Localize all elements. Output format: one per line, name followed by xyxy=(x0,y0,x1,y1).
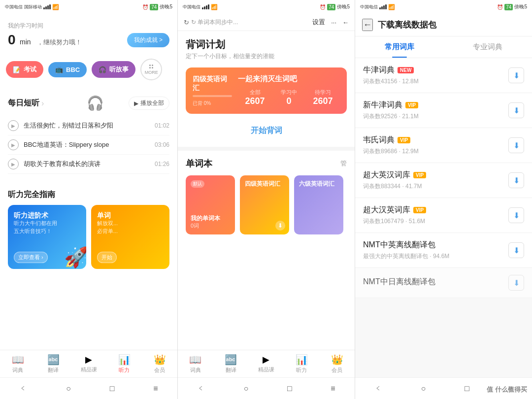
download-new-oxford-btn[interactable]: ⬇ xyxy=(508,102,524,118)
home-gesture-1[interactable]: ○ xyxy=(66,384,71,393)
menu-gesture-2[interactable]: ≡ xyxy=(331,384,335,393)
wordbook-download-cet4[interactable]: ⬇ xyxy=(275,221,285,231)
nav-listen[interactable]: 📊 听力 xyxy=(106,354,142,374)
guide-card-2-title: 单词 xyxy=(97,211,164,220)
nav-dictionary-2[interactable]: 📖 词典 xyxy=(178,354,213,374)
learning-time-section: 我的学习时间 0 min ，继续努力哦！ 我的成就 > xyxy=(0,14,177,54)
start-study-button[interactable]: 开始背词 xyxy=(186,120,347,142)
guide-card-2[interactable]: 单词 解放双...必背单... 开始 xyxy=(91,205,169,269)
menu-gesture-1[interactable]: ≡ xyxy=(153,384,158,393)
alarm-icon: ⏰ xyxy=(142,4,148,10)
home-gesture-3[interactable]: ○ xyxy=(421,384,426,393)
panel2-header: ↻ ↻ 单词本同步中... 设置 ··· ← xyxy=(178,14,355,31)
watermark: 值 什么值得买 xyxy=(487,385,527,394)
status-right-1: ⏰ 74 傍晚5 xyxy=(142,3,172,10)
download-nmt-chi-btn[interactable]: ⬇ xyxy=(508,275,524,291)
listen-list: ▶ 生活很匆忙，别错过日落和夕阳 01:02 ▶ BBC地道英语：Slipper… xyxy=(8,116,169,174)
wordbook-card-cet6[interactable]: 六级英语词汇 xyxy=(294,175,343,234)
download-oxford-btn[interactable]: ⬇ xyxy=(508,67,524,83)
nav-translate-2[interactable]: 🔤 翻译 xyxy=(213,354,249,374)
dict-item-oxford-name: 牛津词典 xyxy=(363,65,395,75)
header-actions: 设置 ··· ← xyxy=(312,18,349,27)
more-dots-top xyxy=(149,65,153,66)
wordbook-section: 单词本 管 默认 我的单词本 0词 四级英语词汇 ⬇ 六级英语词汇 xyxy=(178,151,355,350)
status-bar-2: 中国电信 📶 ⏰ 74 傍晚5 xyxy=(178,0,355,14)
vocab-card-left: 四级英语词汇 已背 0% xyxy=(193,74,232,107)
wifi-icon-3: 📶 xyxy=(388,4,395,10)
download-webster-btn[interactable]: ⬇ xyxy=(508,137,524,153)
nav-dictionary[interactable]: 📖 词典 xyxy=(0,354,35,374)
wordbook-card-my-content: 我的单词本 0词 xyxy=(191,215,230,230)
listen-icon: 📊 xyxy=(118,354,131,366)
nav-vip[interactable]: 👑 会员 xyxy=(142,354,177,374)
dict-item-large-eng-chi-name: 超大英汉词库 xyxy=(363,170,410,180)
vocab-plan-sub: 定下一个小目标，相信量变的潜能 xyxy=(186,52,347,61)
wordbook-badge-my: 默认 xyxy=(191,180,204,188)
wordbook-manage-btn[interactable]: 管 xyxy=(340,159,347,168)
vocab-card-right: 一起来消灭生词吧 全部 2607 学习中 0 待学习 2607 xyxy=(238,74,340,107)
back-button-p3[interactable]: ← xyxy=(362,19,373,31)
download-nmt-btn[interactable]: ⬇ xyxy=(508,242,524,258)
nav-courses[interactable]: ▶ 精品课 xyxy=(71,354,106,373)
exam-icon: 📝 xyxy=(13,66,21,73)
wordbook-card-cet4[interactable]: 四级英语词汇 ⬇ xyxy=(240,175,289,234)
vocab-card: 四级英语词汇 已背 0% 一起来消灭生词吧 全部 2607 学习中 0 xyxy=(186,67,347,114)
guide-card-1-btn[interactable]: 立即查看 › xyxy=(14,252,48,263)
recent-gesture-2[interactable]: □ xyxy=(287,384,292,393)
dict-item-nmt-chi-info: NMT中日离线翻译包 xyxy=(363,277,508,289)
vocab-progress-bar xyxy=(193,95,232,97)
bbc-button[interactable]: 📺 BBC xyxy=(48,62,87,77)
listen-item-2[interactable]: ▶ BBC地道英语：Slippery slope 03:06 xyxy=(8,135,169,155)
listen-duration-2: 03:06 xyxy=(155,141,169,148)
nav-courses-2[interactable]: ▶ 精品课 xyxy=(249,354,284,373)
nav-vip-2[interactable]: 👑 会员 xyxy=(319,354,355,374)
back-gesture-2[interactable]: ﹤ xyxy=(197,383,205,394)
dict-item-oxford-name-row: 牛津词典 NEW xyxy=(363,65,508,75)
listen-item-3[interactable]: ▶ 胡歌关于教育和成长的演讲 01:26 xyxy=(8,155,169,174)
story-button[interactable]: 🎧 听故事 xyxy=(92,61,135,78)
more-menu-button[interactable]: ··· xyxy=(331,19,336,26)
battery-3: 74 xyxy=(504,4,513,10)
wordbook-card-my[interactable]: 默认 我的单词本 0词 xyxy=(186,175,235,234)
exam-button[interactable]: 📝 考试 xyxy=(6,61,43,78)
dict-tabs: 常用词库 专业词典 xyxy=(355,36,532,58)
back-gesture-3[interactable]: ﹤ xyxy=(374,383,382,394)
settings-button[interactable]: 设置 xyxy=(312,18,325,27)
achievement-button[interactable]: 我的成就 > xyxy=(127,33,169,47)
dict-item-large-chi-eng-info: 超大汉英词库 VIP 词条数1067479 · 51.6M xyxy=(363,205,508,226)
more-label: MORE xyxy=(145,70,158,75)
nav-translate[interactable]: 🔤 翻译 xyxy=(35,354,71,374)
dict-item-large-chi-eng-name: 超大汉英词库 xyxy=(363,205,410,215)
play-circle-1[interactable]: ▶ xyxy=(8,120,19,131)
back-button-p2[interactable]: ← xyxy=(342,19,349,26)
tab-common-dict[interactable]: 常用词库 xyxy=(355,36,444,58)
play-all-button[interactable]: ▶ 播放全部 xyxy=(129,97,169,110)
home-gesture-2[interactable]: ○ xyxy=(244,384,249,393)
dict-item-nmt-name-row: NMT中英离线翻译包 xyxy=(363,240,508,250)
panel-1: 中国电信 国际移动 📶 ⏰ 74 傍晚5 我的学习时间 0 min ， xyxy=(0,0,177,399)
panel-3: 中国电信 📶 ⏰ 74 傍晚5 ← 下载离线数据包 常用词库 专业词典 xyxy=(355,0,532,399)
vocab-stat-total-label: 全部 xyxy=(238,89,272,96)
more-button[interactable]: MORE xyxy=(140,59,162,80)
wordbook-card-cet6-content: 六级英语词汇 xyxy=(299,180,338,188)
recent-gesture-3[interactable]: □ xyxy=(465,384,469,393)
download-large-chi-eng-btn[interactable]: ⬇ xyxy=(508,207,524,223)
play-circle-2[interactable]: ▶ xyxy=(8,139,19,150)
sync-status: ↻ ↻ 单词本同步中... xyxy=(184,18,238,27)
listen-text-2: BBC地道英语：Slippery slope xyxy=(24,140,150,149)
back-gesture-1[interactable]: ﹤ xyxy=(19,383,27,394)
listen-item[interactable]: ▶ 生活很匆忙，别错过日落和夕阳 01:02 xyxy=(8,116,169,135)
learning-time-label: 我的学习时间 xyxy=(8,22,169,30)
daily-listen-header: 每日短听 › 🎧 ▶ 播放全部 xyxy=(8,95,169,111)
play-circle-3[interactable]: ▶ xyxy=(8,159,19,169)
recent-gesture-1[interactable]: □ xyxy=(110,384,115,393)
guide-card-1[interactable]: 听力进阶术 听力大牛们都在用五大听音技巧！ 立即查看 › 🚀 xyxy=(8,205,86,269)
download-large-eng-chi-btn[interactable]: ⬇ xyxy=(508,172,524,188)
rocket-icon: 🚀 xyxy=(64,246,86,269)
vocab-stats: 全部 2607 学习中 0 待学习 2607 xyxy=(238,89,340,106)
tab-professional-dict[interactable]: 专业词典 xyxy=(444,36,532,58)
status-left-3: 中国电信 📶 xyxy=(360,4,395,10)
nav-listen-2[interactable]: 📊 听力 xyxy=(284,354,319,374)
guide-card-2-btn[interactable]: 开始 xyxy=(97,252,117,263)
learning-time-row: 0 min ，继续努力哦！ 我的成就 > xyxy=(8,32,169,48)
